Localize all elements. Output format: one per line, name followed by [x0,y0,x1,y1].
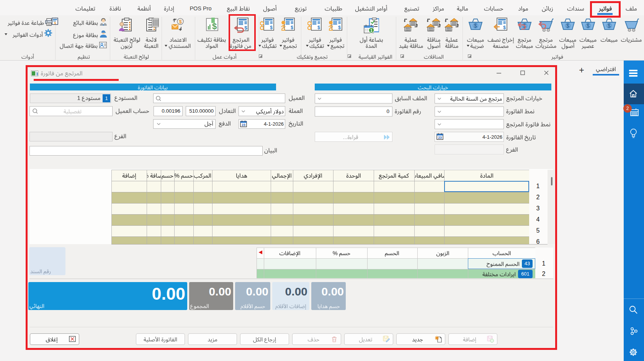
svg-text:$: $ [291,25,293,30]
svg-text:$: $ [317,25,320,30]
svg-text:$: $ [587,23,590,29]
svg-text:$: $ [474,23,477,29]
svg-text:$: $ [179,19,182,25]
svg-text:$: $ [212,21,217,31]
svg-text:$: $ [54,21,56,25]
svg-text:$: $ [608,23,611,29]
svg-text:1: 1 [370,28,373,33]
svg-text:$: $ [566,23,569,29]
svg-text:$: $ [338,25,341,30]
svg-text:$: $ [270,25,273,30]
svg-text:$: $ [503,25,506,30]
